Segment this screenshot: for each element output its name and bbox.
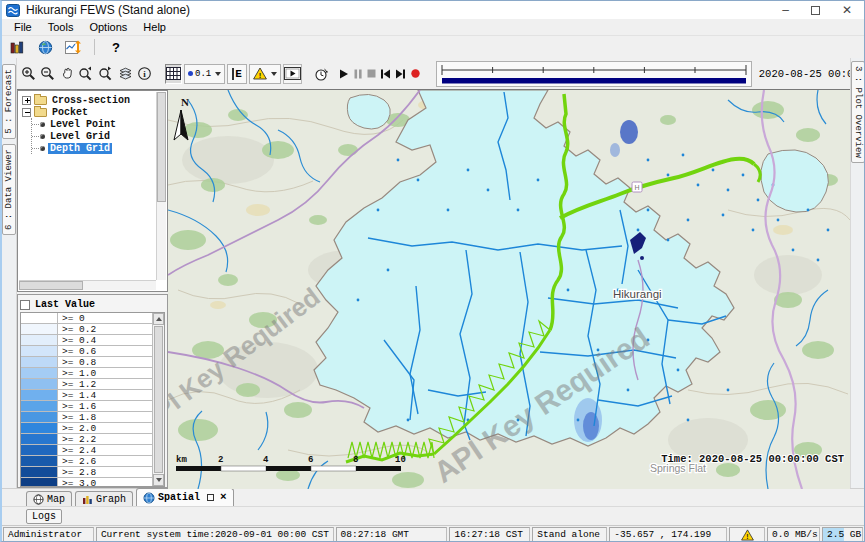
time-slider[interactable] — [436, 61, 752, 87]
legend-row[interactable]: >= 2.4 — [21, 445, 152, 456]
play-button[interactable] — [338, 64, 350, 84]
pause-button[interactable] — [352, 64, 364, 84]
animation-display-icon[interactable] — [283, 64, 302, 84]
skip-to-start-button[interactable] — [379, 64, 392, 84]
main-toolbar: ? — [2, 36, 864, 58]
globe-map-icon[interactable] — [34, 37, 56, 57]
legend-swatch — [21, 467, 58, 477]
info-icon[interactable]: i — [136, 64, 153, 84]
tree-node-cross-section[interactable]: Cross-section — [22, 94, 167, 106]
legend-label: >= 2.2 — [58, 434, 152, 444]
tab-data-viewer[interactable]: 6 : Data Viewer — [2, 144, 16, 235]
legend-label: >= 1.8 — [58, 412, 152, 422]
class-break-select[interactable]: 0.1 — [184, 64, 225, 84]
chevron-down-icon — [271, 72, 277, 76]
stop-button[interactable] — [366, 64, 377, 84]
zoom-in-icon[interactable] — [20, 64, 37, 84]
scroll-down-icon[interactable] — [153, 474, 164, 486]
zoom-previous-icon[interactable] — [77, 64, 95, 84]
menu-tools[interactable]: Tools — [40, 20, 82, 34]
scroll-up-icon[interactable] — [153, 313, 164, 325]
legend-label: >= 0.2 — [58, 324, 152, 334]
tab-graph[interactable]: Graph — [75, 491, 133, 506]
layers-icon[interactable] — [117, 64, 134, 84]
help-button[interactable]: ? — [105, 37, 127, 57]
last-value-checkbox[interactable] — [20, 300, 30, 310]
tree-horizontal-scrollbar[interactable] — [19, 280, 156, 290]
tree-leaf-level-point[interactable]: Level Point — [32, 118, 167, 130]
tab-maximize-icon[interactable] — [207, 494, 214, 501]
legend-row[interactable]: >= 0.2 — [21, 324, 152, 335]
legend-row[interactable]: >= 2.0 — [21, 423, 152, 434]
legend-row[interactable]: >= 2.2 — [21, 434, 152, 445]
record-button[interactable] — [409, 64, 422, 84]
tree-leaf-level-grid[interactable]: Level Grid — [32, 130, 167, 142]
logs-button[interactable]: Logs — [26, 509, 62, 524]
legend-swatch — [21, 478, 58, 486]
legend-label: >= 2.4 — [58, 445, 152, 455]
warning-filter-select[interactable]: ! — [249, 64, 281, 84]
legend-row[interactable]: >= 3.0 — [21, 478, 152, 486]
legend-row[interactable]: >= 2.6 — [21, 456, 152, 467]
menu-file[interactable]: File — [6, 20, 40, 34]
tree-leaf-label: Level Point — [48, 119, 118, 130]
animation-timer-icon[interactable] — [312, 64, 330, 84]
legend-swatch — [21, 335, 58, 345]
grid-display-icon[interactable] — [165, 64, 182, 84]
tab-forecast[interactable]: 5 : Forecast — [2, 64, 16, 139]
zoom-next-icon[interactable] — [97, 64, 115, 84]
pan-hand-icon[interactable] — [58, 64, 75, 84]
legend-row[interactable]: >= 1.2 — [21, 379, 152, 390]
legend-row[interactable]: >= 0.6 — [21, 346, 152, 357]
legend-row[interactable]: >= 1.4 — [21, 390, 152, 401]
skip-to-end-button[interactable] — [394, 64, 407, 84]
spatial-display-icon[interactable] — [62, 37, 84, 57]
scroll-thumb[interactable] — [154, 326, 163, 473]
map-time-label: Time: 2020-08-25 00:00:00 CST — [661, 453, 844, 465]
tab-close-icon[interactable]: × — [220, 493, 227, 502]
legend-table: >= 0 >= 0.2 >= 0.4 >= 0.6 >= 0.8 >= 1.0 … — [20, 312, 165, 487]
legend-swatch — [21, 456, 58, 466]
app-logo-icon — [6, 4, 20, 17]
status-warning[interactable]: ! — [729, 527, 765, 542]
legend-row[interactable]: >= 0.8 — [21, 357, 152, 368]
legend-row[interactable]: >= 0 — [21, 313, 152, 324]
zoom-out-icon[interactable] — [39, 64, 56, 84]
tree-node-pocket[interactable]: Pocket — [22, 106, 167, 118]
legend-swatch — [21, 313, 58, 323]
tab-plot-overview[interactable]: 3 : Plot Overview — [851, 61, 865, 163]
tree-leaf-depth-grid[interactable]: Depth Grid — [32, 142, 167, 154]
maximize-button[interactable] — [811, 6, 820, 15]
svg-text:2: 2 — [218, 455, 223, 465]
legend-toggle-button[interactable]: E — [227, 64, 247, 84]
collapse-icon[interactable] — [22, 108, 31, 117]
legend-panel: Last Value >= 0 >= 0.2 >= 0.4 >= 0.6 >= … — [17, 294, 168, 488]
station-marker-dot — [640, 256, 644, 260]
menu-options[interactable]: Options — [81, 20, 135, 34]
map-canvas: H API Key Required API Key Required Hiku… — [168, 90, 850, 489]
svg-text:N: N — [181, 96, 189, 108]
legend-row[interactable]: >= 0.4 — [21, 335, 152, 346]
close-button[interactable]: ✕ — [842, 5, 852, 15]
legend-swatch — [21, 401, 58, 411]
svg-text:km: km — [176, 455, 187, 465]
legend-scrollbar[interactable] — [152, 313, 164, 486]
legend-row[interactable]: >= 2.8 — [21, 467, 152, 478]
menu-help[interactable]: Help — [135, 20, 174, 34]
legend-row[interactable]: >= 1.8 — [21, 412, 152, 423]
svg-text:i: i — [143, 69, 146, 79]
legend-row[interactable]: >= 1.0 — [21, 368, 152, 379]
tree-vertical-scrollbar[interactable] — [156, 92, 166, 280]
svg-text:!: ! — [259, 71, 262, 80]
map-viewport[interactable]: H API Key Required API Key Required Hiku… — [168, 90, 850, 489]
globe-icon — [143, 492, 155, 504]
legend-label: >= 2.0 — [58, 423, 152, 433]
tab-map[interactable]: Map — [26, 491, 72, 506]
database-icon[interactable] — [6, 37, 28, 57]
expand-icon[interactable] — [22, 96, 31, 105]
tab-spatial[interactable]: Spatial × — [136, 488, 234, 506]
minimize-button[interactable]: – — [782, 5, 789, 15]
legend-row[interactable]: >= 1.6 — [21, 401, 152, 412]
status-network-rate: 0.0 MB/s — [767, 527, 820, 542]
road-shield: H — [632, 182, 642, 192]
